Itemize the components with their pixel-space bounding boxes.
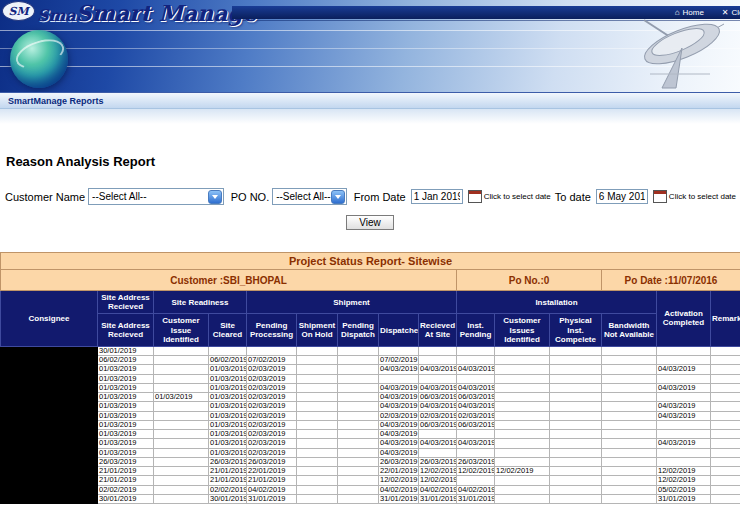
date-cell [602,439,657,448]
consignee-cell-redacted [1,383,98,392]
date-cell [338,420,379,429]
to-date-input[interactable] [596,189,648,204]
date-cell: 21/01/2019 [98,476,154,485]
col-site-cleared: Site Cleared [209,314,247,347]
date-cell [602,402,657,411]
date-cell: 04/03/2019 [379,430,419,439]
date-cell [457,476,495,485]
date-cell: 04/03/2019 [379,365,419,374]
date-cell [297,411,338,420]
date-cell [711,420,740,429]
date-cell [711,430,740,439]
globe-graphic [10,30,68,88]
customer-name-select[interactable]: --Select All-- [88,188,224,205]
dropdown-arrow-icon[interactable] [208,190,222,204]
date-cell [602,467,657,476]
date-cell [657,430,711,439]
date-cell [550,439,602,448]
to-date-picker-hint[interactable]: Click to select date [669,192,736,201]
date-cell: 01/03/2019 [98,365,154,374]
brand-echo-text: Sma [37,6,76,25]
date-cell [297,457,338,466]
brand-main-text: Smart Manage [76,0,257,26]
customer-name-value: --Select All-- [92,191,146,202]
date-cell [495,402,550,411]
date-cell: 02/03/2019 [419,411,457,420]
date-cell [154,420,209,429]
date-cell [495,374,550,383]
date-cell: 01/03/2019 [209,402,247,411]
date-cell [657,457,711,466]
home-link[interactable]: ⌂ Home [675,8,704,17]
date-cell [297,439,338,448]
date-cell [338,365,379,374]
date-cell [154,485,209,494]
date-cell: 04/03/2019 [379,439,419,448]
date-cell: 04/03/2019 [379,402,419,411]
table-title: Project Status Report- Sitewise [1,253,740,270]
date-cell: 04/03/2019 [379,383,419,392]
date-cell: 01/03/2019 [209,374,247,383]
date-cell [154,457,209,466]
date-cell [602,365,657,374]
consignee-cell-redacted [1,476,98,485]
date-cell: 01/03/2019 [209,439,247,448]
date-cell: 02/03/2019 [247,402,297,411]
view-button[interactable]: View [346,215,394,230]
date-cell [457,346,495,355]
date-cell [711,485,740,494]
date-cell [602,494,657,503]
dropdown-arrow-icon[interactable] [331,190,345,204]
date-cell: 12/02/2019 [419,476,457,485]
date-cell: 02/03/2019 [247,374,297,383]
date-cell [711,393,740,402]
date-cell: 04/02/2019 [379,485,419,494]
calendar-icon[interactable] [653,190,667,203]
sm-logo: SM [2,1,35,21]
date-cell [297,476,338,485]
date-cell: 12/02/2019 [379,476,419,485]
date-cell: 01/03/2019 [209,448,247,457]
date-cell [495,411,550,420]
date-cell: 01/03/2019 [98,439,154,448]
date-cell: 02/03/2019 [457,411,495,420]
date-cell [379,374,419,383]
date-cell: 31/01/2019 [247,494,297,503]
col-received-at-site: Recieved At Site [419,314,457,347]
consignee-cell-redacted [1,430,98,439]
date-cell [297,365,338,374]
table-title-row: Project Status Report- Sitewise [1,253,740,270]
date-cell [495,457,550,466]
consignee-cell-redacted [1,494,98,503]
po-no-select[interactable]: --Select All-- [272,188,346,205]
date-cell [711,374,740,383]
date-cell [154,365,209,374]
date-cell [338,476,379,485]
consignee-cell-redacted [1,457,98,466]
date-cell [495,383,550,392]
close-icon: ✕ [722,9,729,17]
date-cell: 26/03/2019 [379,457,419,466]
date-cell: 06/03/2019 [457,393,495,402]
date-cell: 04/03/2019 [419,439,457,448]
date-cell [550,494,602,503]
po-no-cell: Po No.:0 [457,270,602,291]
date-cell: 01/03/2019 [98,411,154,420]
date-cell [338,374,379,383]
date-cell: 12/02/2019 [657,467,711,476]
app-banner: SM SmaSmart Manage ⌂ Home ✕ Close [0,0,740,93]
col-consignee: Consignee [1,291,98,347]
from-date-picker-hint[interactable]: Click to select date [484,192,551,201]
date-cell: 31/01/2019 [379,494,419,503]
from-date-input[interactable] [411,189,463,204]
date-cell [495,430,550,439]
table-row: 01/03/201901/03/201902/03/201902/03/2019… [1,411,740,420]
date-cell: 21/01/2019 [209,476,247,485]
close-link[interactable]: ✕ Close [722,8,740,17]
date-cell: 04/03/2019 [379,420,419,429]
calendar-icon[interactable] [468,190,482,203]
col-pending-processing: Pending Processing [247,314,297,347]
date-cell [495,393,550,402]
consignee-cell-redacted [1,356,98,365]
date-cell [602,448,657,457]
